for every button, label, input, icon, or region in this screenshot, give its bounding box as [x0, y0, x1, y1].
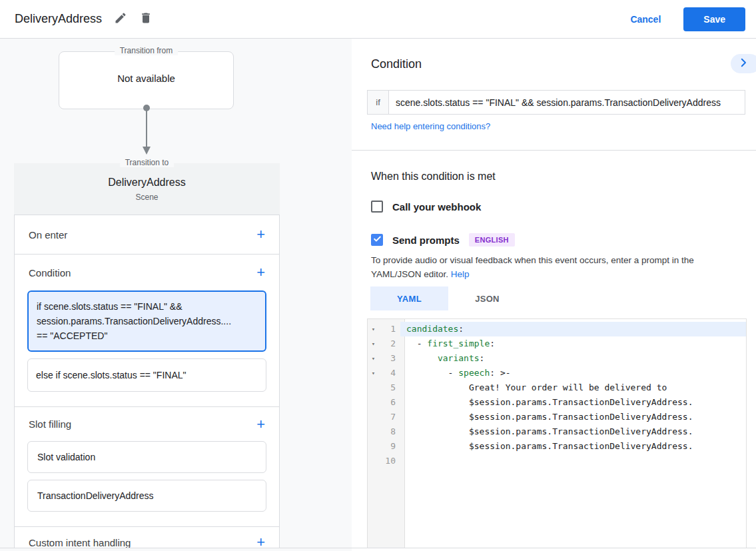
cancel-button[interactable]: Cancel: [618, 8, 673, 31]
fold-spacer: [368, 410, 379, 424]
chevron-right-icon: [737, 57, 749, 71]
code-post: : >-: [490, 368, 510, 378]
condition-panel-heading: Condition: [371, 57, 422, 71]
checkmark-icon: [373, 234, 382, 246]
condition-line-2: session.params.TransactionDeliveryAddres…: [37, 314, 257, 328]
yaml-code-editor[interactable]: ▾ 1 candidates: ▾ 2 - first_simple: ▾ 3 …: [367, 318, 747, 548]
edit-title-button[interactable]: [114, 11, 127, 27]
code-text: $session.params.TransactionDeliveryAddre…: [400, 439, 746, 454]
top-bar: DeliveryAddress Cancel Save: [0, 0, 756, 39]
add-condition-icon[interactable]: +: [256, 265, 265, 280]
code-pre: -: [406, 368, 458, 378]
if-prefix-label: if: [367, 90, 388, 115]
code-pre: [406, 353, 438, 363]
scene-diagram-panel: Transition from Not available Transition…: [0, 39, 352, 551]
yaml-key: variants: [438, 353, 480, 363]
flow-arrow-icon: [140, 104, 153, 159]
send-prompts-row: Send prompts ENGLISH: [371, 233, 515, 247]
send-prompts-label: Send prompts: [392, 235, 460, 246]
line-number: 5: [379, 380, 400, 395]
code-post: :: [480, 353, 485, 363]
on-enter-section: On enter +: [14, 215, 280, 255]
slot-validation-card[interactable]: Slot validation: [27, 441, 266, 473]
code-text: [400, 454, 746, 468]
code-line: 9 $session.params.TransactionDeliveryAdd…: [368, 439, 746, 454]
conditions-help-link[interactable]: Need help entering conditions?: [371, 121, 490, 131]
line-number: 3: [379, 351, 400, 366]
editor-tabs: YAML JSON: [370, 286, 526, 310]
language-badge: ENGLISH: [469, 233, 515, 247]
condition-line-3: == "ACCEPTED": [37, 328, 257, 343]
collapse-panel-button[interactable]: [731, 54, 756, 73]
condition-line-1: if scene.slots.status == "FINAL" &&: [37, 299, 257, 314]
code-line: ▾ 1 candidates:: [368, 322, 746, 336]
condition-section-header: Condition +: [14, 255, 280, 290]
code-text: - speech: >-: [400, 366, 746, 380]
transition-from-legend: Transition from: [115, 46, 179, 55]
webhook-row: Call your webhook: [371, 201, 481, 213]
pencil-icon: [114, 11, 127, 27]
slot-validation-label: Slot validation: [37, 452, 95, 462]
when-met-heading: When this condition is met: [371, 171, 496, 183]
fold-spacer: [368, 454, 379, 468]
webhook-label: Call your webhook: [392, 201, 481, 213]
add-slot-icon[interactable]: +: [256, 417, 265, 432]
condition-expression-row: if: [367, 90, 745, 115]
slot-filling-label: Slot filling: [29, 418, 71, 430]
tab-yaml[interactable]: YAML: [370, 286, 448, 310]
code-text: variants:: [400, 351, 746, 366]
code-text: Great! Your order will be delivered to: [400, 380, 746, 395]
fold-spacer: [368, 395, 379, 410]
panel-divider: [352, 150, 756, 151]
transition-to-legend: Transition to: [120, 158, 175, 167]
code-line: 7 $session.params.TransactionDeliveryAdd…: [368, 410, 746, 424]
page-title: DeliveryAddress: [15, 12, 102, 26]
fold-arrow-icon[interactable]: ▾: [368, 351, 379, 366]
on-enter-label: On enter: [29, 229, 67, 241]
fold-arrow-icon[interactable]: ▾: [368, 366, 379, 380]
fold-arrow-icon[interactable]: ▾: [368, 336, 379, 351]
webhook-checkbox[interactable]: [371, 201, 383, 213]
slot-filling-section-header: Slot filling +: [14, 407, 280, 441]
add-on-enter-icon[interactable]: +: [256, 227, 265, 242]
trash-icon: [139, 11, 153, 27]
topbar-actions: Cancel Save: [618, 7, 745, 31]
yaml-key: first_simple: [427, 338, 490, 348]
transition-from-box: Transition from Not available: [59, 51, 234, 109]
condition-detail-panel: Condition if Need help entering conditio…: [352, 39, 756, 551]
yaml-key: candidates: [406, 324, 458, 334]
line-number: 8: [379, 424, 400, 439]
main-area: Transition from Not available Transition…: [0, 39, 756, 551]
scene-card-header: DeliveryAddress Scene: [14, 163, 280, 215]
save-button[interactable]: Save: [683, 7, 745, 31]
scene-editor-page: DeliveryAddress Cancel Save Transition f…: [0, 0, 756, 551]
code-line: ▾ 2 - first_simple:: [368, 336, 746, 351]
condition-section-label: Condition: [29, 267, 71, 278]
delete-scene-button[interactable]: [139, 11, 153, 27]
transaction-delivery-address-card[interactable]: TransactionDeliveryAddress: [27, 480, 266, 512]
code-line: 8 $session.params.TransactionDeliveryAdd…: [368, 424, 746, 439]
code-pre: -: [406, 338, 427, 348]
prompt-help-link[interactable]: Help: [451, 269, 470, 279]
condition-card-else[interactable]: else if scene.slots.status == "FINAL": [27, 358, 266, 392]
prompt-description-text: To provide audio or visual feedback when…: [371, 255, 694, 279]
condition-card-selected[interactable]: if scene.slots.status == "FINAL" && sess…: [27, 290, 266, 352]
code-line: 6 $session.params.TransactionDeliveryAdd…: [368, 395, 746, 410]
transaction-delivery-address-label: TransactionDeliveryAddress: [37, 490, 154, 501]
code-line: ▾ 4 - speech: >-: [368, 366, 746, 380]
condition-expression-input[interactable]: [388, 90, 745, 115]
code-text: $session.params.TransactionDeliveryAddre…: [400, 410, 746, 424]
tab-json[interactable]: JSON: [448, 286, 526, 310]
line-number: 10: [379, 454, 400, 468]
code-post: :: [458, 324, 464, 334]
bottom-divider: [0, 548, 756, 548]
send-prompts-checkbox[interactable]: [371, 234, 383, 246]
fold-spacer: [368, 424, 379, 439]
fold-arrow-icon[interactable]: ▾: [368, 322, 379, 336]
yaml-key: speech: [458, 368, 490, 378]
code-text: candidates:: [400, 322, 746, 336]
scene-type-label: Scene: [14, 193, 280, 202]
line-number: 1: [379, 322, 400, 336]
code-line: 5 Great! Your order will be delivered to: [368, 380, 746, 395]
line-number: 4: [379, 366, 400, 380]
